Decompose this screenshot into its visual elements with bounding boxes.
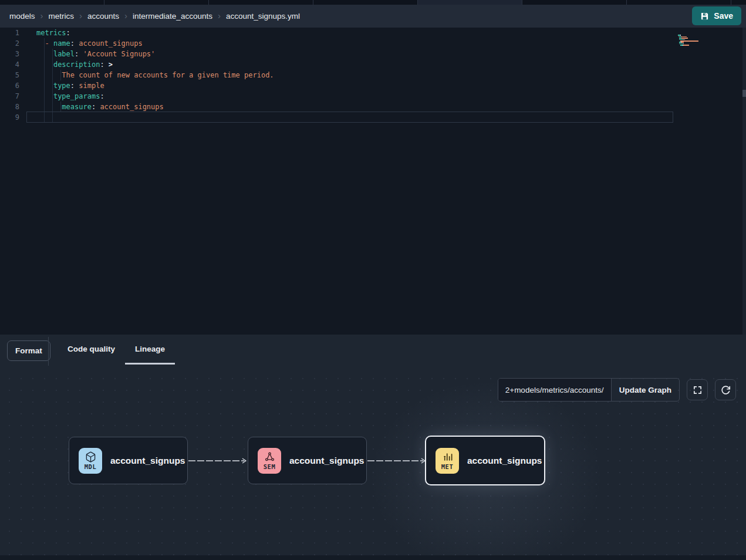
node-type-label: SEM <box>264 463 275 470</box>
chevron-right-icon: › <box>79 11 82 20</box>
panel-divider <box>48 337 49 366</box>
window-tab[interactable] <box>0 0 104 5</box>
code-token <box>104 60 109 69</box>
window-tab[interactable] <box>104 0 209 5</box>
line-number: 3 <box>0 49 26 59</box>
code-token: simple <box>75 82 104 90</box>
node-label: account_signups <box>467 456 542 466</box>
breadcrumb: models›metrics›accounts›intermediate_acc… <box>9 12 300 21</box>
minimap-line <box>678 33 712 35</box>
code-line[interactable]: 5 The count of new accounts for a given … <box>0 70 740 80</box>
semantic-graph-icon <box>264 451 275 463</box>
code-token: label <box>53 50 75 58</box>
code-token <box>36 82 53 90</box>
breadcrumb-item[interactable]: models <box>9 12 35 21</box>
line-content: description: > <box>26 59 113 70</box>
code-line[interactable]: 1metrics: <box>0 28 740 38</box>
code-line[interactable]: 7 type_params: <box>0 91 740 102</box>
line-content: type_params: <box>26 91 104 102</box>
editor-scrollbar[interactable] <box>742 28 746 335</box>
code-line[interactable]: 6 type: simple <box>0 80 740 91</box>
line-number: 1 <box>0 28 26 38</box>
minimap[interactable] <box>678 31 712 43</box>
code-line[interactable]: 9 <box>0 112 740 123</box>
breadcrumb-item[interactable]: metrics <box>49 12 75 21</box>
line-number: 7 <box>0 91 26 102</box>
minimap-line <box>678 35 712 36</box>
minimap-segment <box>679 43 683 45</box>
window-tab[interactable] <box>627 0 731 5</box>
minimap-line <box>678 32 712 33</box>
code-line[interactable]: 2 - name: account_signups <box>0 38 740 49</box>
code-line[interactable]: 3 label: 'Account Signups' <box>0 49 740 59</box>
bottom-panel: Format Code qualityLineage Update Graph <box>0 335 746 560</box>
tab-lineage[interactable]: Lineage <box>125 335 175 365</box>
line-number: 6 <box>0 80 26 91</box>
minimap-segment <box>681 42 684 43</box>
chevron-right-icon: › <box>40 11 43 20</box>
update-graph-button[interactable]: Update Graph <box>611 379 679 401</box>
line-number: 9 <box>0 112 26 123</box>
save-button-label: Save <box>714 11 733 21</box>
bottom-strip <box>0 555 746 560</box>
breadcrumb-item[interactable]: accounts <box>87 12 119 21</box>
window-tab[interactable] <box>418 0 522 5</box>
code-token <box>36 103 62 111</box>
minimap-segment <box>683 45 689 46</box>
code-token: metrics <box>36 29 66 37</box>
lineage-selector-input[interactable] <box>498 379 611 401</box>
minimap-line <box>678 31 712 32</box>
chevron-right-icon: › <box>218 11 221 20</box>
code-token: - <box>45 39 53 48</box>
code-token: > <box>109 60 113 69</box>
lineage-node-sem[interactable]: SEMaccount_signups <box>248 437 367 484</box>
code-token <box>36 39 45 48</box>
code-token: The count of new accounts for a given ti… <box>62 71 274 79</box>
code-editor[interactable]: 1metrics:2 - name: account_signups3 labe… <box>0 28 746 335</box>
ide-window: models›metrics›accounts›intermediate_acc… <box>0 0 746 560</box>
line-content: metrics: <box>26 28 70 38</box>
format-button[interactable]: Format <box>7 340 50 361</box>
code-token: description <box>53 60 100 69</box>
line-content: The count of new accounts for a given ti… <box>26 70 274 80</box>
lineage-controls: Update Graph <box>498 378 736 402</box>
save-button[interactable]: Save <box>692 6 741 25</box>
lineage-graph-canvas[interactable]: Update Graph <box>0 368 746 555</box>
line-content <box>26 112 36 123</box>
breadcrumb-item[interactable]: intermediate_accounts <box>133 12 212 21</box>
code-token: account_signups <box>96 103 164 111</box>
code-token <box>36 50 53 58</box>
line-number: 4 <box>0 59 26 70</box>
lineage-edge <box>188 456 248 465</box>
node-label: account_signups <box>289 456 364 466</box>
code-token: : <box>66 29 70 37</box>
line-content: label: 'Account Signups' <box>26 49 155 59</box>
lineage-node-mdl[interactable]: MDLaccount_signups <box>69 437 188 484</box>
window-tab[interactable] <box>209 0 313 5</box>
editor-scrollbar-thumb[interactable] <box>742 90 746 97</box>
minimap-segment <box>684 39 685 41</box>
code-token: account_signups <box>75 39 143 48</box>
line-number: 8 <box>0 102 26 112</box>
line-content: - name: account_signups <box>26 38 143 49</box>
fullscreen-button[interactable] <box>687 379 708 400</box>
expand-icon <box>693 385 703 395</box>
refresh-button[interactable] <box>715 379 736 400</box>
code-line[interactable]: 4 description: > <box>0 59 740 70</box>
code-line[interactable]: 8 measure: account_signups <box>0 102 740 112</box>
window-tab[interactable] <box>313 0 418 5</box>
node-label: account_signups <box>110 456 185 466</box>
code-token: type_params <box>53 92 100 100</box>
line-number: 5 <box>0 70 26 80</box>
lineage-node-met[interactable]: METaccount_signups <box>425 436 545 485</box>
refresh-icon <box>721 385 731 395</box>
selector-group: Update Graph <box>498 378 680 402</box>
lineage-edge <box>367 456 427 465</box>
window-tab[interactable] <box>522 0 627 5</box>
minimap-line <box>678 38 712 39</box>
tab-code-quality[interactable]: Code quality <box>58 335 125 365</box>
minimap-line <box>678 36 712 38</box>
breadcrumb-item[interactable]: account_signups.yml <box>226 12 300 21</box>
code-token: type <box>53 82 70 90</box>
code-token: measure <box>62 103 92 111</box>
